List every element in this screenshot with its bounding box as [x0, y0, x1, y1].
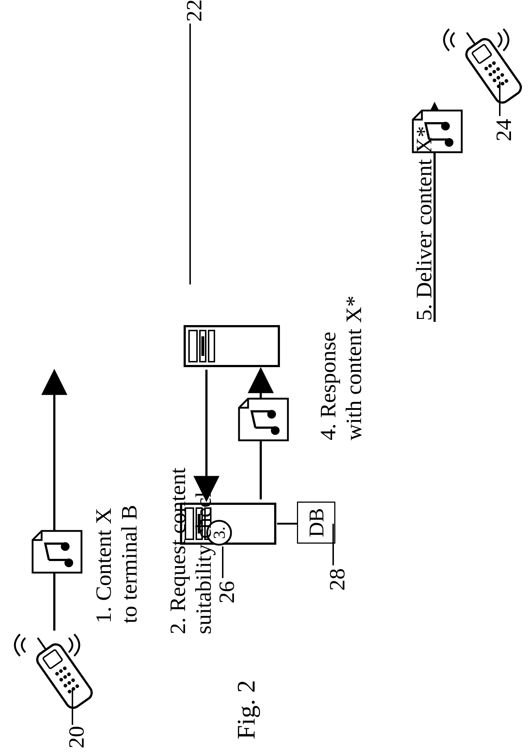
svg-rect-33	[201, 336, 204, 356]
svg-point-47	[61, 542, 70, 551]
phone-a-icon	[15, 630, 95, 710]
svg-point-51	[267, 410, 276, 419]
svg-line-14	[38, 638, 46, 650]
svg-rect-30	[185, 326, 279, 366]
ref-20: 20	[63, 726, 89, 748]
svg-point-49	[441, 122, 450, 130]
figure-caption: Fig. 2	[232, 680, 261, 739]
music-file-icon	[33, 531, 81, 573]
svg-rect-34	[209, 331, 214, 362]
database-label: DB	[304, 508, 328, 537]
step5-label: 5. Deliver content X*	[411, 126, 437, 321]
server-22-icon	[185, 326, 279, 366]
step4-label: 4. Response with content X*	[315, 296, 367, 441]
svg-point-50	[271, 426, 280, 435]
ref-24: 24	[491, 119, 516, 141]
ref-26: 26	[214, 581, 239, 603]
svg-rect-31	[189, 331, 197, 362]
step1-label: 1. Content X to terminal B	[91, 505, 142, 623]
database-box: DB	[297, 502, 335, 544]
phone-b-icon	[444, 24, 524, 105]
ref-28: 28	[324, 568, 350, 591]
svg-line-29	[467, 33, 475, 45]
music-file-icon	[239, 399, 288, 440]
svg-point-48	[445, 138, 453, 147]
step2-label: 2. Request content suitability check	[165, 468, 217, 634]
ref-22: 22	[181, 0, 207, 22]
svg-point-46	[64, 558, 73, 567]
